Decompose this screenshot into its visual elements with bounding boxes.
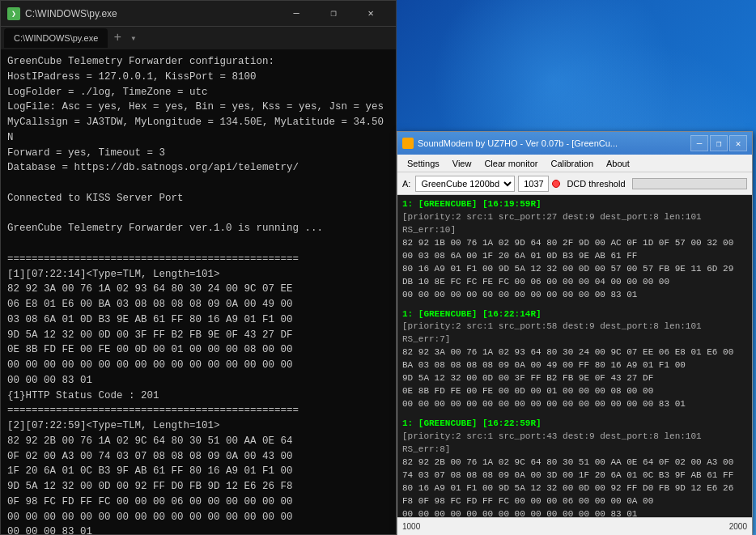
menu-clear-monitor[interactable]: Clear monitor <box>478 155 544 172</box>
soundmodem-titlebar: SoundModem by UZ7HO - Ver 0.07b - [Green… <box>397 132 752 155</box>
packet-header: 1: [GREENCUBE] [16:22:59R] <box>402 418 747 431</box>
freq-input[interactable] <box>518 176 549 192</box>
packet-hex: 82 92 3A 00 76 1A 02 93 64 80 30 24 00 9… <box>402 346 747 411</box>
terminal-title: C:\WINDOWS\py.exe <box>25 8 278 19</box>
terminal-tab-arrow: ▾ <box>127 32 139 45</box>
terminal-close-btn[interactable]: ✕ <box>352 1 389 27</box>
terminal-maximize-btn[interactable]: ❐ <box>315 1 352 27</box>
packet-meta: [priority:2 src:1 src_port:27 dest:9 des… <box>402 211 747 237</box>
dcd-threshold-label: DCD threshold <box>567 179 625 189</box>
soundmodem-window: SoundModem by UZ7HO - Ver 0.07b - [Green… <box>397 131 753 535</box>
soundmodem-title: SoundModem by UZ7HO - Ver 0.07b - [Green… <box>418 138 689 148</box>
terminal-icon: ❯ <box>7 7 20 20</box>
packet-block: 1: [GREENCUBE] [16:19:59R][priority:2 sr… <box>402 198 747 302</box>
soundmodem-close-btn[interactable]: ✕ <box>729 135 747 151</box>
menu-about[interactable]: About <box>600 155 636 172</box>
soundmodem-restore-btn[interactable]: ❐ <box>710 135 728 151</box>
menu-view[interactable]: View <box>446 155 478 172</box>
terminal-tab-active[interactable]: C:\WINDOWS\py.exe <box>4 28 108 48</box>
terminal-new-tab-btn[interactable]: + <box>108 28 127 48</box>
statusbar-left: 1000 <box>402 522 420 531</box>
packet-block: 1: [GREENCUBE] [16:22:59R][priority:2 sr… <box>402 418 747 517</box>
statusbar-right: 2000 <box>729 522 747 531</box>
dcd-indicator <box>552 180 560 188</box>
channel-label: A: <box>402 179 410 189</box>
packet-hex: 82 92 1B 00 76 1A 02 9D 64 80 2F 9D 00 A… <box>402 237 747 302</box>
soundmodem-icon <box>402 138 414 149</box>
soundmodem-monitor[interactable]: 1: [GREENCUBE] [16:19:59R][priority:2 sr… <box>397 195 752 517</box>
packet-block: 1: [GREENCUBE] [16:22:14R][priority:2 sr… <box>402 308 747 412</box>
terminal-titlebar: ❯ C:\WINDOWS\py.exe — ❐ ✕ <box>1 1 396 27</box>
terminal-minimize-btn[interactable]: — <box>278 1 315 27</box>
soundmodem-menubar: Settings View Clear monitor Calibration … <box>397 155 752 172</box>
dcd-bar <box>632 178 747 189</box>
soundmodem-minimize-btn[interactable]: — <box>690 135 708 151</box>
menu-calibration[interactable]: Calibration <box>544 155 600 172</box>
soundmodem-statusbar: 1000 2000 <box>397 517 752 535</box>
packet-meta: [priority:2 src:1 src_port:43 dest:9 des… <box>402 431 747 456</box>
terminal-window: ❯ C:\WINDOWS\py.exe — ❐ ✕ C:\WINDOWS\py.… <box>0 0 397 535</box>
packet-hex: 82 92 2B 00 76 1A 02 9C 64 80 30 51 00 A… <box>402 456 747 517</box>
packet-header: 1: [GREENCUBE] [16:22:14R] <box>402 308 747 321</box>
packet-meta: [priority:2 src:1 src_port:58 dest:9 des… <box>402 321 747 346</box>
terminal-content: GreenCube Telemetry Forwarder configurat… <box>1 49 396 534</box>
packet-header: 1: [GREENCUBE] [16:19:59R] <box>402 198 747 211</box>
soundmodem-toolbar: A: GreenCube 1200bd DCD threshold <box>397 172 752 195</box>
channel-select[interactable]: GreenCube 1200bd <box>415 176 515 192</box>
terminal-tabbar: C:\WINDOWS\py.exe + ▾ <box>1 27 396 49</box>
menu-settings[interactable]: Settings <box>401 155 446 172</box>
